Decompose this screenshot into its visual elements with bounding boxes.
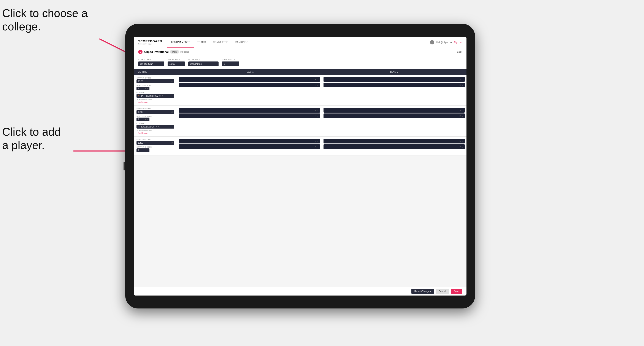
slot-x-btn[interactable]: ✕: [459, 84, 461, 86]
team2-col-2: ✕ ⌄ ✕ ⌄: [322, 106, 466, 136]
save-button[interactable]: Save: [451, 289, 462, 294]
logo-sub: Powered by clippd: [138, 43, 162, 45]
slot-x-btn[interactable]: ✕: [315, 78, 316, 81]
nav-tab-tournaments[interactable]: TOURNAMENTS: [167, 37, 194, 48]
course-tag-1[interactable]: 🏌️ (A) Peachtree GC ✕ ✎: [136, 94, 174, 98]
slot-actions: ✕ ⌄: [459, 109, 464, 112]
schedule-row-2: STARTING TIME: 10:10 ⏱ STARTING HOLE: 1 …: [134, 106, 466, 137]
player-slot-5-2[interactable]: ✕ ⌄: [179, 144, 320, 149]
slot-x-btn[interactable]: ✕: [315, 84, 316, 86]
group-size-select[interactable]: 3: [222, 61, 239, 66]
add-group-btn-1[interactable]: + Add Group: [136, 101, 174, 103]
player-slot-5-1[interactable]: ✕ ⌄: [179, 139, 320, 144]
slot-x-btn[interactable]: ✕: [459, 115, 461, 117]
slot-chevron-btn[interactable]: ⌄: [317, 109, 319, 112]
reset-button[interactable]: Reset Changes: [412, 289, 434, 294]
starting-time-input-3[interactable]: 10:20 ⏱: [136, 141, 174, 145]
slot-chevron-btn[interactable]: ⌄: [462, 140, 464, 142]
starting-hole-input-1[interactable]: 1 ▲▼: [136, 87, 150, 90]
course-remove-1[interactable]: ✕: [159, 95, 161, 97]
player-slot-2-1[interactable]: ✕ ⌄: [324, 77, 465, 82]
c-logo: C: [138, 50, 142, 54]
remove-group-btn-1[interactable]: ↺ Remove Group: [136, 99, 174, 101]
starting-hole-label-1: STARTING HOLE:: [136, 84, 174, 86]
remove-group-btn-2[interactable]: ↺ Remove Group: [136, 129, 174, 132]
slot-actions: ✕ ⌄: [459, 84, 464, 86]
table-header: Tee Time Team 1 Team 2: [134, 69, 466, 75]
starting-hole-input-3[interactable]: 1: [136, 148, 150, 152]
group-size-label: Group Size: [222, 58, 239, 61]
intervals-select[interactable]: 10 Minutes: [188, 61, 218, 66]
footer: Reset Changes Cancel Save: [134, 287, 466, 296]
back-button[interactable]: Back: [457, 50, 462, 53]
start-type-group: Start Type 1st Tee Start: [138, 58, 164, 66]
starting-hole-input-2[interactable]: 1 ▲▼: [136, 118, 150, 121]
slot-x-btn[interactable]: ✕: [459, 140, 461, 142]
slot-x-btn[interactable]: ✕: [315, 146, 316, 148]
player-slot-1-2[interactable]: ✕ ⌄: [179, 83, 320, 87]
slot-chevron-btn[interactable]: ⌄: [462, 109, 464, 112]
nav-tab-rankings[interactable]: RANKINGS: [232, 37, 252, 48]
main-content[interactable]: STARTING TIME: 10:00 ⏱ STARTING HOLE: 1 …: [134, 75, 466, 287]
course-area-1: 🏌️ (A) Peachtree GC ✕ ✎: [136, 94, 174, 98]
slot-chevron-btn[interactable]: ⌄: [462, 78, 464, 81]
course-remove-2[interactable]: ✕: [156, 126, 157, 128]
group-actions-2: ↺ Remove Group + Add Group: [136, 129, 174, 134]
slot-chevron-btn[interactable]: ⌄: [317, 140, 319, 142]
sign-out-link[interactable]: Sign out: [454, 41, 462, 44]
course-edit-2[interactable]: ✎: [158, 126, 160, 128]
slot-chevron-btn[interactable]: ⌄: [317, 146, 319, 148]
schedule-row-3: STARTING TIME: 10:20 ⏱ STARTING HOLE: 1 …: [134, 137, 466, 156]
nav-tab-committee[interactable]: COMMITTEE: [210, 37, 232, 48]
slot-x-btn[interactable]: ✕: [315, 140, 316, 142]
player-slot-1-1[interactable]: ✕ ⌄: [179, 77, 320, 82]
starting-hole-label-2: STARTING HOLE:: [136, 115, 174, 117]
gender-badge: (Men): [170, 50, 179, 53]
player-slot-4-2[interactable]: ✕ ⌄: [324, 114, 465, 118]
tee-time-col-1: STARTING TIME: 10:00 ⏱ STARTING HOLE: 1 …: [134, 75, 177, 106]
player-slot-2-2[interactable]: ✕ ⌄: [324, 83, 465, 87]
player-slot-3-2[interactable]: ✕ ⌄: [179, 114, 320, 118]
nav-tabs: TOURNAMENTS TEAMS COMMITTEE RANKINGS: [167, 37, 430, 48]
side-button[interactable]: [124, 162, 125, 171]
cancel-button[interactable]: Cancel: [436, 289, 449, 294]
slot-chevron-btn[interactable]: ⌄: [317, 78, 319, 81]
start-type-select[interactable]: 1st Tee Start: [138, 61, 164, 66]
slot-actions: ✕ ⌄: [459, 146, 464, 148]
slot-x-btn[interactable]: ✕: [315, 109, 316, 112]
starting-time-input-1[interactable]: 10:00 ⏱: [136, 79, 174, 83]
logo-text: SCOREBOARD: [138, 39, 162, 43]
player-slot-6-1[interactable]: ✕ ⌄: [324, 139, 465, 144]
app-header: SCOREBOARD Powered by clippd TOURNAMENTS…: [134, 37, 466, 48]
course-area-2: 🏌️ East Lake GC ✕ ✎: [136, 125, 174, 129]
slot-x-btn[interactable]: ✕: [459, 109, 461, 112]
starting-time-input-2[interactable]: 10:10 ⏱: [136, 110, 174, 114]
schedule-row-1: STARTING TIME: 10:00 ⏱ STARTING HOLE: 1 …: [134, 75, 466, 106]
start-time-group: Start Time: [168, 58, 185, 66]
player-slot-4-1[interactable]: ✕ ⌄: [324, 108, 465, 113]
slot-chevron-btn[interactable]: ⌄: [462, 115, 464, 117]
user-avatar: [430, 40, 434, 44]
start-time-input[interactable]: [168, 61, 185, 66]
group-actions-1: ↺ Remove Group + Add Group: [136, 99, 174, 103]
add-group-btn-2[interactable]: + Add Group: [136, 132, 174, 134]
player-slot-3-1[interactable]: ✕ ⌄: [179, 108, 320, 113]
team1-col-3: ✕ ⌄ ✕ ⌄: [177, 137, 322, 156]
slot-chevron-btn[interactable]: ⌄: [317, 115, 319, 117]
slot-actions: ✕ ⌄: [315, 109, 319, 112]
slot-actions: ✕ ⌄: [459, 140, 464, 142]
slot-x-btn[interactable]: ✕: [459, 78, 461, 81]
group-size-group: Group Size 3: [222, 58, 239, 66]
slot-chevron-btn[interactable]: ⌄: [462, 84, 464, 86]
annotation-line3: Click to add: [2, 126, 61, 138]
slot-x-btn[interactable]: ✕: [459, 146, 461, 148]
slot-x-btn[interactable]: ✕: [315, 115, 316, 117]
player-slot-6-2[interactable]: ✕ ⌄: [324, 144, 465, 149]
slot-chevron-btn[interactable]: ⌄: [462, 146, 464, 148]
slot-actions: ✕ ⌄: [459, 115, 464, 117]
course-tag-2[interactable]: 🏌️ East Lake GC ✕ ✎: [136, 125, 174, 129]
nav-tab-teams[interactable]: TEAMS: [194, 37, 209, 48]
slot-chevron-btn[interactable]: ⌄: [317, 84, 319, 86]
course-edit-1[interactable]: ✎: [162, 95, 164, 97]
starting-time-label-2: STARTING TIME:: [136, 108, 174, 110]
